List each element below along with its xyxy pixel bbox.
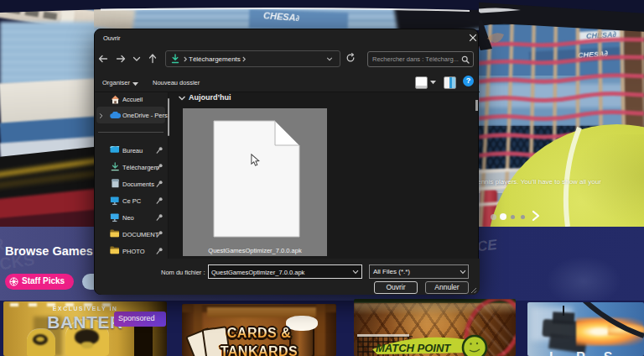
svg-text:MATCH POINT: MATCH POINT: [376, 342, 451, 354]
